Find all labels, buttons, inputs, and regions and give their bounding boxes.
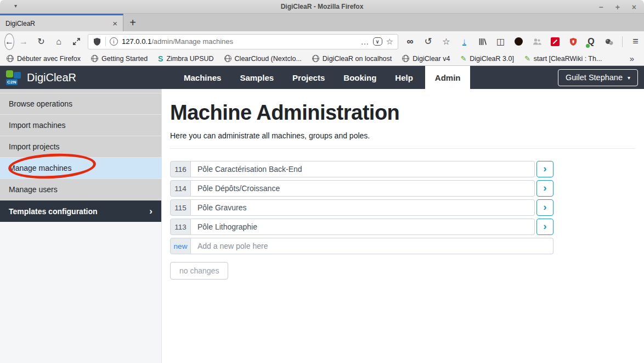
menu-button[interactable]: ≡ xyxy=(627,33,644,50)
bookmark-item[interactable]: ✎start [CleaRWiki : Th... xyxy=(524,55,602,63)
extension-users-icon[interactable] xyxy=(528,33,545,50)
bookmark-star-icon[interactable]: ☆ xyxy=(386,37,393,47)
forward-button[interactable]: → xyxy=(15,33,32,50)
bookmark-label: start [CleaRWiki : Th... xyxy=(534,55,602,63)
sidebar-filler xyxy=(0,222,161,363)
bookmark-item[interactable]: ClearCloud (Nextclo... xyxy=(224,55,302,63)
open-pole-button[interactable]: › xyxy=(536,199,553,216)
brand-name: DigiCleaR xyxy=(27,71,76,84)
forward-icon: → xyxy=(19,37,28,47)
star-badge-icon[interactable]: ☆ xyxy=(438,33,455,50)
browser-window: ▾ DigiCleaR - Mozilla Firefox − + × Digi… xyxy=(0,0,644,363)
window-title: DigiCleaR - Mozilla Firefox xyxy=(0,3,644,10)
tab-close-icon[interactable]: × xyxy=(112,19,117,28)
new-pole-input[interactable] xyxy=(191,238,553,254)
tracking-shield-icon[interactable] xyxy=(93,37,101,46)
url-text[interactable]: 127.0.0.1/admin/Manage machines xyxy=(122,37,357,46)
new-pole-badge: new xyxy=(170,238,191,254)
extension-screenshot-icon[interactable] xyxy=(546,33,563,50)
library-icon[interactable] xyxy=(474,33,491,50)
bookmark-item[interactable]: ✎DigiCleaR 3.0] xyxy=(460,55,514,63)
pocket-icon[interactable]: ∨ xyxy=(373,37,382,46)
spheres-glyph xyxy=(605,37,614,46)
open-pole-button[interactable]: › xyxy=(536,180,553,197)
history-glyph: ↺ xyxy=(424,36,432,47)
q-green-dot xyxy=(586,44,590,48)
bookmark-item[interactable]: Getting Started xyxy=(91,55,148,63)
pocket-glyph: ∨ xyxy=(376,39,380,44)
minimize-button[interactable]: − xyxy=(598,3,603,11)
bookmark-label: ClearCloud (Nextclo... xyxy=(235,55,302,63)
screenshot-glyph xyxy=(551,37,560,46)
mask-glyph: ∞ xyxy=(406,36,413,47)
container-mask-icon[interactable]: ∞ xyxy=(402,33,419,50)
sidebar-item-import-projects[interactable]: Import projects xyxy=(0,136,161,158)
extension-dark-circle-icon[interactable] xyxy=(510,33,527,50)
new-tab-button[interactable]: + xyxy=(123,14,142,31)
sidebar-item-templates-configuration[interactable]: Templates configuration › xyxy=(0,200,161,222)
nav-samples[interactable]: Samples xyxy=(240,73,274,82)
close-window-button[interactable]: × xyxy=(632,3,636,11)
back-icon: ← xyxy=(5,37,14,47)
tab-digiclear[interactable]: DigiCleaR × xyxy=(0,14,123,31)
nav-booking[interactable]: Booking xyxy=(343,73,376,82)
pole-name-input[interactable] xyxy=(191,161,535,177)
bookmark-label: DigiCleaR 3.0] xyxy=(470,55,514,63)
downloads-icon[interactable]: ↓ xyxy=(456,33,473,50)
globe-icon xyxy=(224,55,231,62)
extension-shield-icon[interactable] xyxy=(564,33,581,50)
star-glyph: ☆ xyxy=(442,36,450,47)
nav-help[interactable]: Help xyxy=(395,73,413,82)
user-menu-button[interactable]: Guilet Stephane ▾ xyxy=(558,69,638,86)
globe-icon xyxy=(7,55,14,62)
app-header: C2N DigiCleaR Machines Samples Projects … xyxy=(0,66,644,89)
navigation-toolbar: ← → ↻ ⌂ i 127.0.0.1/admin/Manage machine… xyxy=(0,31,644,52)
c2n-logo-icon: C2N xyxy=(5,70,22,85)
open-pole-button[interactable]: › xyxy=(536,161,553,177)
fullscreen-button[interactable] xyxy=(68,33,84,50)
open-pole-button[interactable]: › xyxy=(536,219,553,235)
back-button[interactable]: ← xyxy=(4,33,14,50)
maximize-button[interactable]: + xyxy=(615,3,620,11)
chevron-right-icon: › xyxy=(543,182,546,194)
extension-spheres-icon[interactable] xyxy=(601,33,618,50)
bookmark-item[interactable]: Débuter avec Firefox xyxy=(7,55,81,63)
sidebar-item-label: Import machines xyxy=(9,121,65,130)
sidebar-item-manage-machines[interactable]: Manage machines xyxy=(0,158,161,179)
bookmark-item[interactable]: SZimbra UPSUD xyxy=(158,55,213,63)
sidebar-item-browse-operations[interactable]: Browse operations xyxy=(0,93,161,115)
pole-name-input[interactable] xyxy=(191,219,535,235)
pole-name-input[interactable] xyxy=(191,180,535,197)
sidebar-item-import-machines[interactable]: Import machines xyxy=(0,115,161,136)
home-icon: ⌂ xyxy=(56,37,61,47)
url-bar[interactable]: i 127.0.0.1/admin/Manage machines … ∨ ☆ xyxy=(88,34,398,49)
pole-name-input[interactable] xyxy=(191,199,535,216)
tab-title: DigiCleaR xyxy=(5,20,108,27)
nav-projects[interactable]: Projects xyxy=(292,73,325,82)
chevron-right-icon: › xyxy=(543,201,546,213)
download-glyph: ↓ xyxy=(462,37,467,46)
red-shield-glyph xyxy=(569,37,578,46)
page-actions-icon[interactable]: … xyxy=(361,37,369,46)
extension-q-icon[interactable]: Q xyxy=(583,33,600,50)
nav-admin[interactable]: Admin xyxy=(425,66,471,89)
titlebar: ▾ DigiCleaR - Mozilla Firefox − + × xyxy=(0,0,644,14)
site-info-icon[interactable]: i xyxy=(110,37,118,46)
zimbra-icon: S xyxy=(158,55,163,63)
brand[interactable]: C2N DigiCleaR xyxy=(0,66,76,89)
globe-icon xyxy=(402,55,409,62)
bookmark-item[interactable]: DigiCleaR on localhost xyxy=(312,55,392,63)
home-button[interactable]: ⌂ xyxy=(50,33,67,50)
bookmarks-overflow-icon[interactable]: » xyxy=(630,54,637,63)
reload-button[interactable]: ↻ xyxy=(33,33,49,50)
sidebar-toggle-icon[interactable]: ◫ xyxy=(492,33,509,50)
nav-machines[interactable]: Machines xyxy=(184,73,221,82)
sidebar-item-manage-users[interactable]: Manage users xyxy=(0,179,161,200)
bookmark-item[interactable]: DigiClear v4 xyxy=(402,55,450,63)
globe-icon xyxy=(91,55,98,62)
history-icon[interactable]: ↺ xyxy=(420,33,437,50)
wiki-icon: ✎ xyxy=(460,55,466,62)
no-changes-button[interactable]: no changes xyxy=(170,262,228,280)
globe-icon xyxy=(312,55,319,62)
main-nav: Machines Samples Projects Booking Help A… xyxy=(184,66,470,89)
